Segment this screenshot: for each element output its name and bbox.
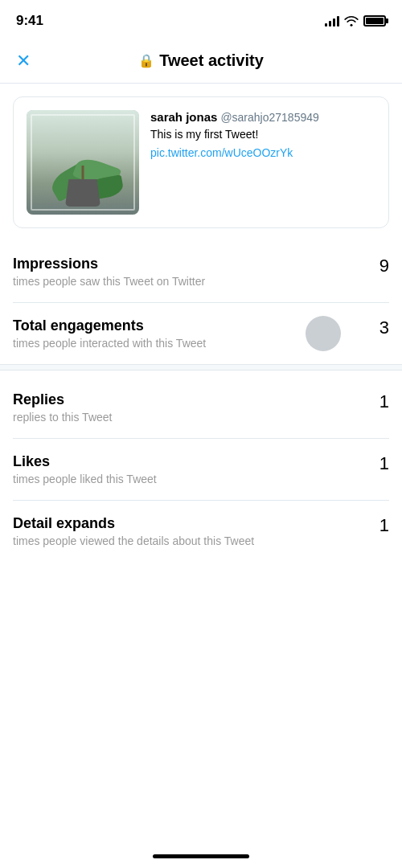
home-indicator [153, 854, 249, 858]
section-divider [0, 364, 402, 371]
tweet-author-name: sarah jonas [150, 110, 217, 124]
status-bar: 9:41 [0, 0, 402, 39]
likes-label: Likes [13, 453, 373, 470]
lock-icon: 🔒 [138, 53, 154, 68]
stat-row-replies: Replies replies to this Tweet 1 [13, 377, 389, 439]
stat-row-likes: Likes times people liked this Tweet 1 [13, 439, 389, 501]
detail-expands-desc: times people viewed the details about th… [13, 534, 373, 547]
stats-section: Impressions times people saw this Tweet … [0, 241, 402, 364]
close-button[interactable]: ✕ [16, 52, 31, 70]
replies-value: 1 [373, 391, 389, 412]
detail-expands-label: Detail expands [13, 515, 373, 532]
stat-row-impressions: Impressions times people saw this Tweet … [13, 241, 389, 303]
engagements-section: Replies replies to this Tweet 1 Likes ti… [0, 377, 402, 562]
tweet-content: sarah jonas @sarahjo27185949 This is my … [150, 110, 375, 215]
tweet-card: sarah jonas @sarahjo27185949 This is my … [13, 96, 389, 228]
replies-label: Replies [13, 391, 373, 408]
impressions-value: 9 [373, 256, 389, 276]
tweet-author-row: sarah jonas @sarahjo27185949 [150, 110, 375, 124]
tweet-link[interactable]: pic.twitter.com/wUceOOzrYk [150, 146, 375, 159]
wifi-icon [344, 15, 359, 27]
stat-row-total-engagements: Total engagements times people interacte… [13, 303, 389, 364]
likes-desc: times people liked this Tweet [13, 473, 373, 485]
header-title-wrap: 🔒 Tweet activity [138, 51, 264, 70]
replies-desc: replies to this Tweet [13, 411, 373, 424]
tweet-text: This is my first Tweet! [150, 127, 375, 143]
page-header: ✕ 🔒 Tweet activity [0, 39, 402, 84]
tooltip-bubble [306, 316, 341, 351]
battery-icon [363, 15, 386, 27]
stat-row-detail-expands: Detail expands times people viewed the d… [13, 501, 389, 562]
likes-value: 1 [373, 453, 389, 474]
page-title: Tweet activity [159, 51, 264, 70]
total-engagements-value: 3 [373, 317, 389, 338]
tweet-image [27, 110, 139, 215]
status-time: 9:41 [16, 13, 43, 29]
signal-icon [325, 15, 339, 27]
detail-expands-value: 1 [373, 515, 389, 536]
status-icons [325, 15, 386, 27]
impressions-desc: times people saw this Tweet on Twitter [13, 275, 373, 288]
tweet-author-handle: @sarahjo27185949 [220, 111, 318, 124]
impressions-label: Impressions [13, 256, 373, 272]
